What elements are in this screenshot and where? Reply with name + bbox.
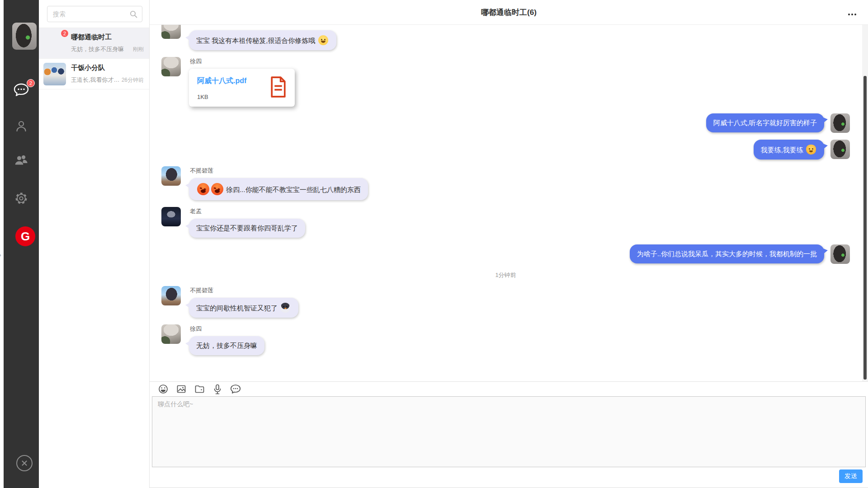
gear-icon (14, 192, 28, 205)
nav-sidebar: 2 G (4, 0, 39, 488)
message-bubble: 无妨，技多不压身嘛 (189, 336, 264, 355)
more-options-button[interactable] (846, 12, 858, 17)
message-avatar[interactable] (161, 25, 181, 39)
people-icon (14, 154, 28, 166)
angry-face-icon (211, 183, 223, 195)
sender-name: 不摇碧莲 (190, 167, 368, 175)
message-bubble: 徐四...你能不能不教宝宝一些乱七八糟的东西 (189, 178, 368, 200)
person-icon (14, 119, 28, 133)
chat-time: 26分钟前 (122, 76, 144, 84)
message-row: 我要练,我要练 (161, 140, 850, 160)
message-avatar[interactable] (830, 113, 850, 133)
send-row: 发送 (150, 467, 868, 488)
chat-name: 哪都通临时工 (71, 33, 144, 42)
message-bubble: 宝宝你还是不要跟着你四哥乱学了 (189, 219, 305, 238)
composer-toolbar (150, 381, 868, 396)
settings-nav-button[interactable] (14, 192, 28, 207)
chat-header: 哪都通临时工(6) (150, 0, 868, 25)
message-row: 老孟宝宝你还是不要跟着你四哥乱学了 (161, 207, 850, 238)
messages-nav-button[interactable]: 2 (14, 83, 29, 99)
chat-preview: 无妨，技多不压身嘛 (71, 45, 131, 53)
app-logo[interactable]: G (15, 226, 35, 246)
message-row: 为啥子..你们总说我呆瓜，其实大多的时候，我都机制的一批 (161, 244, 850, 264)
chat-list-item[interactable]: 干饭小分队 王道长,我看你才… 26分钟前 (39, 59, 149, 89)
unread-count-badge: 2 (27, 79, 35, 87)
panel-collapse-arrow[interactable]: › (0, 251, 1, 258)
close-button[interactable] (16, 455, 33, 471)
message-list: 宝宝 我这有本祖传秘笈,很适合你修炼哦 徐四 阿威十八式.pdf 1KB 阿威十… (161, 30, 850, 355)
chat-list: 2 哪都通临时工 无妨，技多不压身嘛 刚刚 干饭小分队 王道长,我看你才… 26… (39, 28, 149, 89)
search-input[interactable] (47, 10, 125, 18)
chat-history-button[interactable] (230, 383, 241, 395)
penguin-face-icon (280, 303, 290, 313)
chat-avatar: 2 (43, 32, 66, 55)
message-avatar[interactable] (161, 324, 181, 344)
group-chats-nav-button[interactable] (14, 154, 28, 168)
message-avatar[interactable] (161, 207, 181, 226)
message-avatar[interactable] (830, 140, 850, 159)
message-bubble: 宝宝的间歇性机智证又犯了 (189, 298, 298, 318)
message-row: 徐四无妨，技多不压身嘛 (161, 324, 850, 355)
image-icon (176, 384, 186, 394)
chat-bubble-icon (14, 83, 29, 97)
unread-count-badge: 2 (61, 29, 69, 38)
sender-name: 徐四 (190, 325, 264, 333)
message-timestamp: 1分钟前 (161, 271, 850, 279)
melting-face-icon (806, 145, 816, 155)
message-bubble: 我要练,我要练 (754, 140, 824, 160)
message-row: 阿威十八式,听名字就好厉害的样子 (161, 113, 850, 133)
sender-name: 徐四 (190, 57, 295, 66)
chat-history-icon (230, 384, 241, 394)
chat-avatar (43, 63, 66, 85)
file-size: 1KB (197, 94, 264, 100)
search-icon (130, 10, 137, 18)
composer (150, 396, 868, 467)
message-avatar[interactable] (830, 244, 850, 264)
chat-time: 刚刚 (133, 46, 144, 53)
emoji-picker-button[interactable] (157, 383, 169, 395)
sender-name: 不摇碧莲 (190, 286, 298, 295)
message-bubble: 为啥子..你们总说我呆瓜，其实大多的时候，我都机制的一批 (630, 244, 824, 263)
scrollbar-thumb[interactable] (863, 76, 867, 380)
smiley-icon (158, 384, 168, 394)
chat-title: 哪都通临时工(6) (481, 7, 537, 18)
message-row: 不摇碧莲宝宝的间歇性机智证又犯了 (161, 286, 850, 318)
image-upload-button[interactable] (175, 383, 187, 395)
message-bubble: 宝宝 我这有本祖传秘笈,很适合你修炼哦 (189, 30, 336, 50)
message-area: 宝宝 我这有本祖传秘笈,很适合你修炼哦 徐四 阿威十八式.pdf 1KB 阿威十… (150, 25, 868, 381)
file-attachment[interactable]: 阿威十八式.pdf 1KB (189, 69, 295, 107)
voice-message-button[interactable] (212, 383, 223, 395)
close-icon (21, 460, 28, 467)
message-input[interactable] (152, 396, 866, 467)
pdf-file-icon (270, 76, 287, 98)
chat-preview: 王道长,我看你才… (71, 76, 120, 84)
file-name[interactable]: 阿威十八式.pdf (197, 76, 264, 86)
send-button[interactable]: 发送 (839, 469, 863, 483)
message-avatar[interactable] (161, 57, 181, 76)
sender-name: 老孟 (190, 207, 305, 216)
conversation-panel: 哪都通临时工(6) 宝宝 我这有本祖传秘笈,很适合你修炼哦 徐四 阿威十八式.p… (150, 0, 868, 488)
chat-list-panel: 2 哪都通临时工 无妨，技多不压身嘛 刚刚 干饭小分队 王道长,我看你才… 26… (39, 0, 150, 488)
user-avatar[interactable] (12, 23, 37, 50)
angry-face-icon (197, 183, 209, 195)
message-avatar[interactable] (161, 286, 181, 305)
message-bubble: 阿威十八式,听名字就好厉害的样子 (706, 113, 824, 132)
chat-list-item[interactable]: 2 哪都通临时工 无妨，技多不压身嘛 刚刚 (39, 28, 149, 59)
chat-name: 干饭小分队 (71, 64, 144, 72)
search-button[interactable] (125, 6, 142, 22)
message-row: 宝宝 我这有本祖传秘笈,很适合你修炼哦 (161, 30, 850, 50)
message-avatar[interactable] (161, 166, 181, 186)
message-row: 徐四 阿威十八式.pdf 1KB (161, 57, 850, 107)
message-row: 不摇碧莲 徐四...你能不能不教宝宝一些乱七八糟的东西 (161, 166, 850, 200)
file-upload-button[interactable] (193, 383, 205, 395)
folder-icon (194, 384, 205, 394)
search-box (47, 6, 142, 22)
hugging-face-icon (318, 35, 328, 45)
microphone-icon (213, 384, 222, 394)
contacts-nav-button[interactable] (14, 119, 28, 135)
